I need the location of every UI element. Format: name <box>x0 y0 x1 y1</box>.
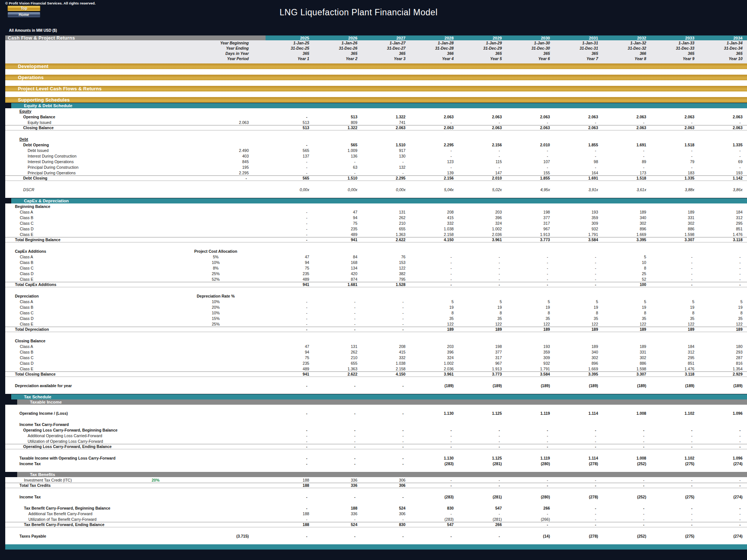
value-cell[interactable]: 1.598 <box>602 367 651 371</box>
value-cell[interactable]: 184 <box>651 344 699 349</box>
value-cell[interactable]: - <box>458 433 506 438</box>
value-cell[interactable]: 153 <box>362 260 410 265</box>
value-cell[interactable]: - <box>602 483 651 488</box>
value-cell[interactable]: 10 <box>602 260 651 265</box>
value-cell[interactable]: 5 <box>458 299 506 304</box>
value-cell[interactable]: - <box>410 478 458 482</box>
value-cell[interactable]: - <box>506 120 554 125</box>
value-cell[interactable]: (283) <box>410 495 458 499</box>
top-button[interactable]: Top <box>7 6 40 11</box>
value-cell[interactable]: - <box>410 255 458 259</box>
value-cell[interactable]: 1.322 <box>314 125 362 130</box>
value-cell[interactable]: 8 <box>602 311 651 315</box>
year-header-cell[interactable]: 2033 <box>651 35 699 40</box>
value-cell[interactable]: (252) <box>602 461 651 466</box>
value-cell[interactable]: 1.142 <box>699 176 747 180</box>
value-cell[interactable]: 84 <box>314 255 362 259</box>
value-cell[interactable]: (189) <box>554 383 602 388</box>
value-cell[interactable]: 941 <box>314 237 362 242</box>
value-cell[interactable]: - <box>458 266 506 270</box>
value-cell[interactable]: 47 <box>314 210 362 214</box>
value-cell[interactable]: - <box>699 148 747 153</box>
value-cell[interactable]: 366 <box>410 51 458 56</box>
value-cell[interactable]: (281) <box>458 461 506 466</box>
assumption-cell[interactable]: 5% <box>151 255 266 259</box>
value-cell[interactable]: - <box>699 517 747 522</box>
value-cell[interactable]: - <box>362 311 410 315</box>
value-cell[interactable]: 189 <box>699 327 747 332</box>
value-cell[interactable]: 1.335 <box>699 143 747 147</box>
value-cell[interactable]: 184 <box>699 210 747 214</box>
section-bar-project-level-cash-flows-returns[interactable]: Project Level Cash Flows & Returns <box>5 86 747 91</box>
value-cell[interactable]: 524 <box>362 506 410 510</box>
value-cell[interactable]: - <box>506 154 554 158</box>
value-cell[interactable]: 1.038 <box>410 227 458 231</box>
value-cell[interactable]: 208 <box>362 344 410 349</box>
row-label-cell[interactable]: Operating Loss Carry-Forward, Ending Bal… <box>5 444 151 449</box>
value-cell[interactable]: 2.295 <box>362 176 410 180</box>
row-label-cell[interactable]: Total CapEx Additions <box>5 282 151 287</box>
value-cell[interactable]: 1.363 <box>362 232 410 237</box>
value-cell[interactable]: 3.773 <box>506 237 554 242</box>
value-cell[interactable]: 309 <box>506 355 554 360</box>
value-cell[interactable]: 1.322 <box>362 115 410 119</box>
value-cell[interactable]: 35 <box>554 316 602 321</box>
value-cell[interactable]: - <box>699 154 747 158</box>
assumption-cell[interactable]: 2.295 <box>151 171 266 175</box>
row-label-cell[interactable]: Year Beginning <box>151 41 266 45</box>
value-cell[interactable]: 3.307 <box>602 372 651 376</box>
value-cell[interactable]: 1.855 <box>554 143 602 147</box>
value-cell[interactable]: 302 <box>651 221 699 225</box>
value-cell[interactable]: - <box>266 210 314 214</box>
assumption-cell[interactable]: 403 <box>151 154 266 158</box>
value-cell[interactable]: - <box>554 165 602 169</box>
value-cell[interactable]: - <box>699 271 747 276</box>
row-label-cell[interactable]: Class A <box>5 255 151 259</box>
value-cell[interactable]: - <box>410 439 458 444</box>
value-cell[interactable]: 47 <box>266 344 314 349</box>
value-cell[interactable]: - <box>699 120 747 125</box>
value-cell[interactable]: - <box>314 383 362 388</box>
value-cell[interactable]: 188 <box>266 522 314 527</box>
value-cell[interactable]: 1-Jan-31 <box>554 41 602 45</box>
value-cell[interactable]: 1.354 <box>699 367 747 371</box>
value-cell[interactable]: - <box>602 506 651 510</box>
row-label-cell[interactable]: Income Tax Carry-Forward <box>5 422 151 427</box>
value-cell[interactable]: - <box>651 517 699 522</box>
value-cell[interactable]: 31-Dec-28 <box>410 46 458 50</box>
value-cell[interactable]: 31-Dec-25 <box>266 46 314 50</box>
value-cell[interactable]: - <box>314 411 362 416</box>
row-label-cell[interactable]: Class D <box>5 227 151 231</box>
value-cell[interactable]: 1.363 <box>314 367 362 371</box>
value-cell[interactable]: Year 4 <box>410 56 458 61</box>
value-cell[interactable]: 365 <box>458 51 506 56</box>
value-cell[interactable]: 967 <box>506 227 554 231</box>
value-cell[interactable]: 35 <box>458 316 506 321</box>
value-cell[interactable]: 331 <box>602 350 651 354</box>
value-cell[interactable]: - <box>699 478 747 482</box>
value-cell[interactable]: - <box>314 534 362 538</box>
value-cell[interactable]: - <box>314 159 362 164</box>
value-cell[interactable]: - <box>314 316 362 321</box>
value-cell[interactable]: (189) <box>699 383 747 388</box>
value-cell[interactable]: - <box>410 534 458 538</box>
value-cell[interactable]: 189 <box>651 210 699 214</box>
row-label-cell[interactable]: Debt <box>5 137 151 141</box>
value-cell[interactable]: - <box>699 428 747 432</box>
value-cell[interactable]: 35 <box>506 316 554 321</box>
value-cell[interactable]: 1.791 <box>506 367 554 371</box>
value-cell[interactable]: - <box>651 428 699 432</box>
value-cell[interactable]: 183 <box>651 171 699 175</box>
value-cell[interactable]: - <box>554 522 602 527</box>
value-cell[interactable]: 1.518 <box>651 143 699 147</box>
value-cell[interactable]: 235 <box>266 271 314 276</box>
row-label-cell[interactable]: CapEx Additions <box>5 249 151 253</box>
value-cell[interactable]: - <box>266 444 314 449</box>
value-cell[interactable]: 365 <box>554 51 602 56</box>
value-cell[interactable]: 63 <box>314 165 362 169</box>
value-cell[interactable]: - <box>651 120 699 125</box>
value-cell[interactable]: (252) <box>602 495 651 499</box>
value-cell[interactable]: 2.063 <box>506 115 554 119</box>
value-cell[interactable]: 122 <box>410 322 458 326</box>
value-cell[interactable]: - <box>266 305 314 309</box>
